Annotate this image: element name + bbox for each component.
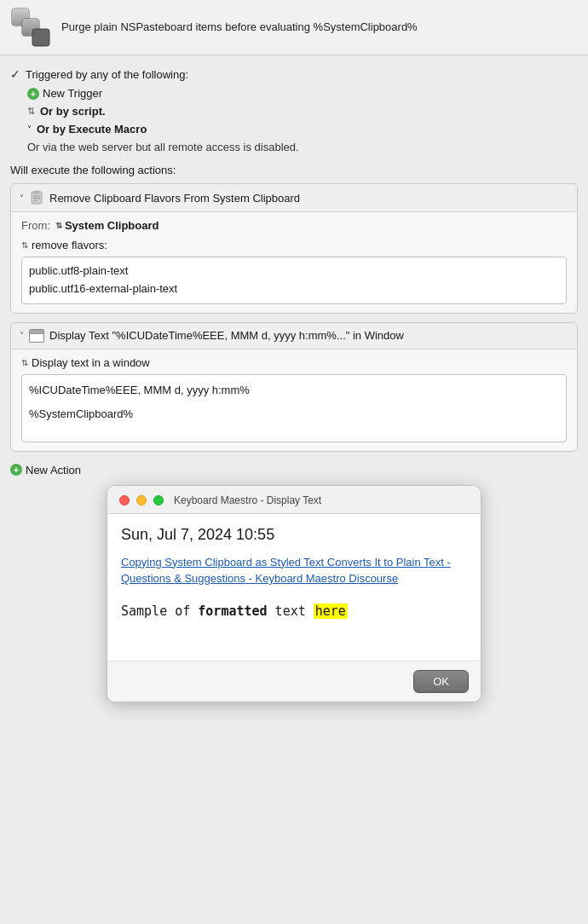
display-label-row: ⇅ Display text in a window <box>21 356 567 369</box>
script-label: Or by script. <box>40 105 106 118</box>
macro-trigger-row[interactable]: ˅ Or by Execute Macro <box>10 120 578 138</box>
action-block-2: ˅ Display Text "%ICUDateTime%EEE, MMM d,… <box>10 322 578 452</box>
app-icon <box>10 7 51 48</box>
will-execute-label: Will execute the following actions: <box>10 159 578 183</box>
window-sample: Sample of formatted text here <box>121 601 467 647</box>
window-title-text: Keyboard Maestro - Display Text <box>174 494 321 506</box>
check-icon: ✓ <box>10 67 20 81</box>
display-expand-icon: ⇅ <box>21 358 28 367</box>
sample-space <box>190 603 198 619</box>
sample-highlight: here <box>314 603 348 619</box>
display-text-box[interactable]: %ICUDateTime%EEE, MMM d, yyyy h:mm% %Sys… <box>21 374 567 442</box>
display-label-text: Display text in a window <box>32 356 150 369</box>
clipboard-icon <box>29 190 44 205</box>
action2-chevron-icon: ˅ <box>20 331 24 340</box>
window-footer: OK <box>107 661 481 702</box>
new-action-plus-icon: + <box>10 464 22 476</box>
window-icon <box>29 329 44 343</box>
traffic-light-green[interactable] <box>153 495 164 505</box>
traffic-light-yellow[interactable] <box>136 495 147 505</box>
triggered-label: Triggered by any of the following: <box>26 68 188 81</box>
action1-chevron-icon: ˅ <box>20 193 24 203</box>
web-server-row: Or via the web server but all remote acc… <box>10 138 578 159</box>
svg-rect-4 <box>32 29 49 46</box>
ok-button[interactable]: OK <box>413 670 469 693</box>
flavor-2: public.utf16-external-plain-text <box>29 280 559 298</box>
macro-label: Or by Execute Macro <box>37 123 147 136</box>
from-row: From: ⇅ System Clipboard <box>21 219 567 232</box>
expand-from-icon: ⇅ <box>55 221 62 230</box>
header: Purge plain NSPasteboard items before ev… <box>0 0 588 55</box>
flavors-label: ⇅ remove flavors: <box>21 239 567 251</box>
sample-formatted: formatted <box>198 603 267 619</box>
action1-body: From: ⇅ System Clipboard ⇅ remove flavor… <box>11 212 577 313</box>
script-trigger-row[interactable]: ⇅ Or by script. <box>10 102 578 120</box>
triggered-row: ✓ Triggered by any of the following: <box>10 64 578 84</box>
plus-circle-icon: + <box>27 88 39 100</box>
display-line2: %SystemClipboard% <box>29 406 559 424</box>
from-value: ⇅ System Clipboard <box>55 219 159 232</box>
flavors-expand-icon: ⇅ <box>21 240 28 250</box>
new-action-row[interactable]: + New Action <box>10 460 578 485</box>
from-label: From: <box>21 219 50 232</box>
sample-text: text <box>268 603 314 619</box>
action2-body: ⇅ Display text in a window %ICUDateTime%… <box>11 349 577 451</box>
chevron-down-icon: ˅ <box>27 124 32 134</box>
flavors-text-box[interactable]: public.utf8-plain-text public.utf16-exte… <box>21 257 567 304</box>
sample-pre: Sample <box>121 603 175 619</box>
window-content: Sun, Jul 7, 2024 10:55 Copying System Cl… <box>107 514 481 661</box>
window-datetime: Sun, Jul 7, 2024 10:55 <box>121 526 467 544</box>
window-link[interactable]: Copying System Clipboard as Styled Text … <box>121 554 467 587</box>
display-line1: %ICUDateTime%EEE, MMM d, yyyy h:mm% <box>29 382 559 400</box>
action2-header[interactable]: ˅ Display Text "%ICUDateTime%EEE, MMM d,… <box>11 323 577 349</box>
main-content: ✓ Triggered by any of the following: + N… <box>0 55 588 702</box>
action2-title: Display Text "%ICUDateTime%EEE, MMM d, y… <box>49 329 404 342</box>
sample-of: of <box>175 603 190 619</box>
new-action-label[interactable]: New Action <box>26 464 81 476</box>
expand-arrows-icon: ⇅ <box>27 106 35 117</box>
action-block-1: ˅ Remove Clipboard Flavors From System C… <box>10 183 578 314</box>
traffic-light-red[interactable] <box>119 495 130 505</box>
new-trigger-label[interactable]: New Trigger <box>43 87 102 100</box>
action1-header[interactable]: ˅ Remove Clipboard Flavors From System C… <box>11 184 577 212</box>
window-titlebar: Keyboard Maestro - Display Text <box>107 486 481 514</box>
floating-window: Keyboard Maestro - Display Text Sun, Jul… <box>107 485 481 702</box>
from-system-clipboard[interactable]: System Clipboard <box>65 219 159 232</box>
flavors-label-text: remove flavors: <box>32 239 107 251</box>
new-trigger-row[interactable]: + New Trigger <box>10 84 578 102</box>
web-server-label: Or via the web server but all remote acc… <box>27 141 299 153</box>
svg-rect-6 <box>34 191 39 193</box>
flavor-1: public.utf8-plain-text <box>29 263 559 280</box>
action1-title: Remove Clipboard Flavors From System Cli… <box>49 192 300 205</box>
macro-title: Purge plain NSPasteboard items before ev… <box>61 20 418 35</box>
